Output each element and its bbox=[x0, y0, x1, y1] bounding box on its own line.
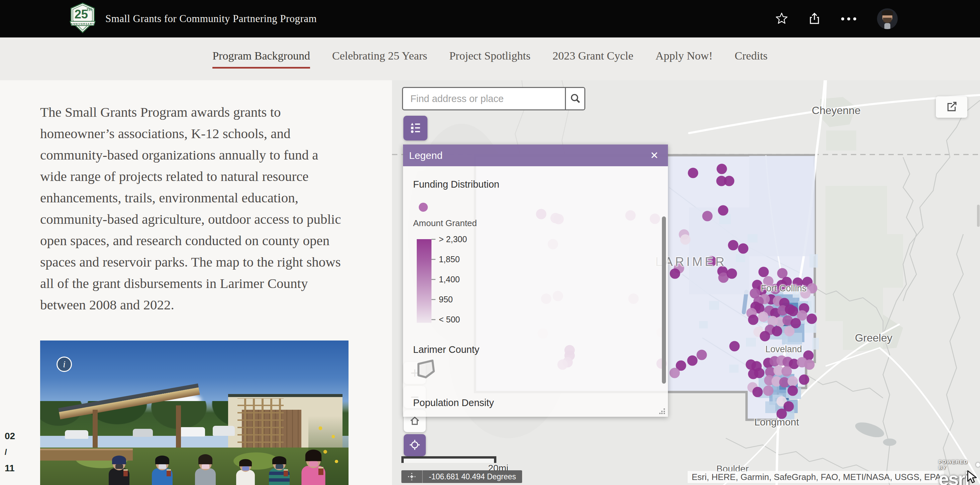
grant-dot[interactable] bbox=[697, 350, 707, 360]
grant-dot[interactable] bbox=[718, 205, 729, 216]
nav-tab-celebrating-25-years[interactable]: Celebrating 25 Years bbox=[332, 49, 427, 68]
grant-dot[interactable] bbox=[688, 168, 698, 178]
tick-mark bbox=[431, 259, 436, 260]
photo-trellis bbox=[237, 398, 284, 449]
grant-dot[interactable] bbox=[738, 243, 749, 254]
community-garden-photo bbox=[40, 340, 348, 485]
coordinates-value: -106.681 40.494 Degrees bbox=[423, 470, 522, 483]
grant-dot[interactable] bbox=[729, 341, 740, 351]
page-scrollbar-thumb[interactable] bbox=[977, 205, 980, 227]
photo-info-icon[interactable]: i bbox=[57, 356, 72, 372]
grant-dot[interactable] bbox=[754, 368, 765, 378]
legend-tick-label: 1,400 bbox=[439, 275, 460, 284]
legend-tick: < 500 bbox=[431, 315, 460, 324]
esri-globe-dot bbox=[976, 463, 980, 467]
grant-dot[interactable] bbox=[724, 176, 735, 186]
grant-dot[interactable] bbox=[807, 314, 817, 324]
star-icon bbox=[776, 13, 788, 25]
article-paragraph: The Small Grants Program awards grants t… bbox=[40, 101, 341, 315]
grant-dot[interactable] bbox=[752, 387, 763, 398]
tick-mark bbox=[431, 299, 436, 300]
nav-tab-2023-grant-cycle[interactable]: 2023 Grant Cycle bbox=[552, 49, 633, 68]
ellipsis-icon bbox=[841, 17, 856, 21]
locate-button[interactable] bbox=[404, 434, 426, 456]
grant-dot[interactable] bbox=[759, 267, 769, 277]
page-title: Small Grants for Community Partnering Pr… bbox=[105, 13, 317, 25]
legend-resize-handle[interactable] bbox=[659, 408, 665, 414]
grant-dot[interactable] bbox=[727, 269, 737, 279]
grant-dot[interactable] bbox=[670, 368, 680, 378]
grant-dot[interactable] bbox=[760, 331, 770, 342]
legend-layer-funding: Funding Distribution bbox=[413, 179, 500, 190]
grant-dot[interactable] bbox=[687, 356, 698, 366]
grant-dot[interactable] bbox=[758, 312, 768, 322]
more-options-button[interactable] bbox=[841, 17, 856, 21]
grant-dot[interactable] bbox=[799, 375, 810, 385]
tick-mark bbox=[431, 279, 436, 280]
grant-dot[interactable] bbox=[717, 164, 727, 174]
tick-mark bbox=[431, 319, 436, 320]
search-button[interactable] bbox=[565, 88, 584, 110]
locate-icon bbox=[409, 439, 421, 452]
legend-amount-label: Amount Granted bbox=[413, 218, 477, 229]
coordinate-crosshair-icon bbox=[401, 470, 423, 483]
home-icon bbox=[409, 415, 420, 428]
photo-van bbox=[179, 427, 205, 437]
grant-dot[interactable] bbox=[680, 234, 691, 245]
avatar-shirt bbox=[885, 23, 890, 29]
grant-dot[interactable] bbox=[776, 409, 787, 419]
legend-close-button[interactable]: ✕ bbox=[648, 149, 660, 162]
legend-scrollbar[interactable] bbox=[662, 216, 666, 384]
favorite-button[interactable] bbox=[776, 13, 788, 25]
grant-dot[interactable] bbox=[772, 326, 782, 337]
legend-panel: Legend ✕ Funding Distribution Amount Gra… bbox=[403, 145, 668, 417]
grant-dot[interactable] bbox=[728, 240, 738, 251]
grant-dot[interactable] bbox=[800, 288, 811, 299]
legend-ticks: > 2,3001,8501,400950< 500 bbox=[431, 239, 505, 323]
search-input[interactable] bbox=[403, 88, 565, 110]
pagination-separator: / bbox=[5, 448, 15, 457]
nav-tab-apply-now[interactable]: Apply Now! bbox=[655, 49, 713, 68]
legend-tick-label: > 2,300 bbox=[439, 234, 467, 244]
nav-tab-program-background[interactable]: Program Background bbox=[212, 49, 310, 68]
grant-dot[interactable] bbox=[788, 386, 798, 396]
svg-text:TH: TH bbox=[87, 8, 92, 12]
legend-tick-label: 1,850 bbox=[439, 254, 460, 264]
coordinates-bar: -106.681 40.494 Degrees bbox=[401, 470, 522, 483]
avatar-beard bbox=[883, 18, 892, 23]
nav-tab-project-spotlights[interactable]: Project Spotlights bbox=[449, 49, 530, 68]
legend-tick: > 2,300 bbox=[431, 234, 467, 244]
header-actions bbox=[776, 8, 898, 29]
legend-layer-density: Population Density bbox=[413, 398, 494, 409]
expand-map-button[interactable] bbox=[936, 96, 967, 118]
section-nav: Program BackgroundCelebrating 25 YearsPr… bbox=[0, 37, 980, 80]
legend-tick-label: 950 bbox=[439, 295, 453, 304]
share-button[interactable] bbox=[808, 13, 821, 25]
legend-toggle-button[interactable] bbox=[403, 116, 428, 140]
grant-dot[interactable] bbox=[784, 326, 795, 337]
share-icon bbox=[808, 13, 821, 25]
grant-dot[interactable] bbox=[702, 211, 713, 221]
account-avatar[interactable] bbox=[877, 8, 898, 29]
svg-text:25: 25 bbox=[75, 7, 88, 21]
grant-dot[interactable] bbox=[763, 386, 774, 396]
grant-dot[interactable] bbox=[776, 280, 787, 290]
pagination-total: 11 bbox=[5, 463, 15, 474]
grant-dot[interactable] bbox=[670, 269, 680, 279]
grant-dot[interactable] bbox=[706, 256, 717, 267]
grant-dot[interactable] bbox=[782, 366, 792, 377]
grant-dot[interactable] bbox=[788, 376, 798, 386]
avatar-hair bbox=[882, 10, 893, 15]
nav-tab-credits[interactable]: Credits bbox=[735, 49, 768, 68]
amount-color-ramp bbox=[417, 239, 431, 323]
grant-dot[interactable] bbox=[748, 315, 759, 325]
pagination-current: 02 bbox=[5, 431, 15, 442]
grant-dot[interactable] bbox=[793, 278, 803, 288]
legend-title: Legend bbox=[409, 150, 442, 161]
anniversary-logo: 25 TH ANNIVERSARY bbox=[68, 3, 97, 35]
slide-pagination: 02 / 11 bbox=[5, 431, 15, 474]
legend-tick: 1,850 bbox=[431, 254, 460, 264]
legend-panel-header[interactable]: Legend ✕ bbox=[403, 145, 668, 166]
grant-dot[interactable] bbox=[804, 359, 815, 370]
photo-truck bbox=[213, 426, 235, 436]
